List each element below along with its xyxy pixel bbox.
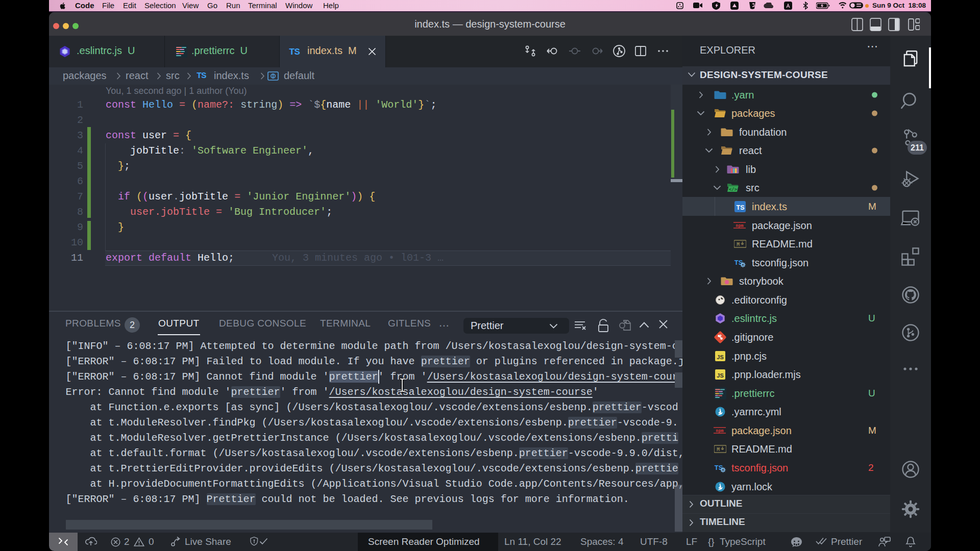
- svg-text:npm: npm: [716, 428, 723, 433]
- svg-text:JS: JS: [717, 372, 723, 379]
- svg-text:npm: npm: [736, 223, 743, 228]
- svg-text:</>: </>: [729, 187, 738, 192]
- svg-text:M: M: [737, 241, 740, 247]
- svg-text:M: M: [717, 446, 720, 452]
- svg-text:JS: JS: [717, 354, 723, 360]
- svg-text:TS: TS: [737, 204, 745, 211]
